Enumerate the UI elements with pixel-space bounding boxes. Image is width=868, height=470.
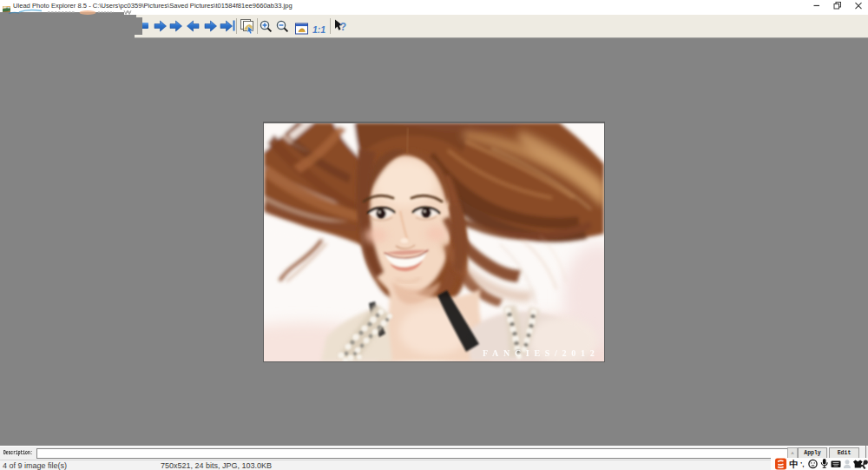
svg-text:FANCIES/2012: FANCIES/2012	[483, 348, 599, 358]
svg-text:?: ?	[340, 21, 347, 33]
svg-text:ʼ,: ʼ,	[800, 460, 804, 468]
svg-text:1:1: 1:1	[312, 24, 326, 35]
svg-text:中: 中	[790, 459, 799, 469]
